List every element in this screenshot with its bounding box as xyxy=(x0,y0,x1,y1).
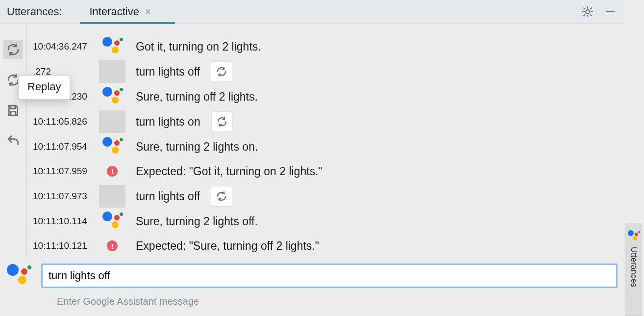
message-input[interactable]: turn lights off xyxy=(41,263,618,288)
replay-button[interactable] xyxy=(3,40,23,59)
log-message: turn lights off xyxy=(126,190,200,203)
assistant-logo-icon xyxy=(101,37,124,56)
panel-caption: Utterances: xyxy=(7,5,62,18)
assistant-logo-icon xyxy=(101,87,124,106)
log-row: 10:11:07.973turn lights off xyxy=(30,185,623,208)
log-message: Got it, turning on 2 lights. xyxy=(126,40,261,53)
minimize-icon[interactable] xyxy=(601,2,619,21)
close-icon[interactable]: ✕ xyxy=(144,6,151,17)
sidebar-tab-label: Utterances xyxy=(629,247,639,287)
error-icon xyxy=(107,240,118,251)
timestamp: 10:04:36.247 xyxy=(30,41,99,52)
left-rail: Replay xyxy=(0,24,26,258)
log-row: 10:11:10.121Expected: "Sure, turning off… xyxy=(30,235,623,257)
text-caret xyxy=(111,270,112,282)
replay-inline-button[interactable] xyxy=(211,186,232,207)
error-icon xyxy=(107,166,118,177)
tab-bar: Utterances: Interactive ✕ xyxy=(0,0,623,24)
log-row: 10:04:36.247Got it, turning on 2 lights. xyxy=(30,36,623,57)
replay-tooltip: Replay xyxy=(18,75,70,100)
log-message: Sure, turning 2 lights off. xyxy=(126,215,258,228)
gear-icon[interactable] xyxy=(578,2,597,21)
user-avatar xyxy=(99,110,125,133)
tab-interactive[interactable]: Interactive ✕ xyxy=(86,0,156,23)
timestamp: 10:11:10.114 xyxy=(30,216,99,227)
log-message: turn lights off xyxy=(126,65,200,79)
timestamp: 10:11:07.959 xyxy=(30,166,99,177)
user-avatar xyxy=(99,185,125,208)
timestamp: 10:11:10.121 xyxy=(30,240,99,251)
timestamp: 10:11:07.954 xyxy=(30,141,99,152)
sidebar-tab-utterances[interactable]: Utterances xyxy=(625,223,642,316)
undo-icon[interactable] xyxy=(3,131,23,151)
tab-label: Interactive xyxy=(90,5,140,18)
timestamp: 10:11:05.826 xyxy=(30,116,99,127)
assistant-logo-icon xyxy=(101,137,124,157)
log-message: Sure, turning off 2 lights. xyxy=(126,90,258,104)
assistant-logo-icon xyxy=(6,264,32,288)
log-row: 10:11:07.954Sure, turning 2 lights on. xyxy=(30,136,623,158)
log-row: 10:11:05.826turn lights on xyxy=(30,110,623,133)
log-message: Expected: "Sure, turning off 2 lights." xyxy=(126,239,319,253)
log-row: 10:11:10.114Sure, turning 2 lights off. xyxy=(30,211,623,232)
right-sidebar: Utterances xyxy=(623,0,644,316)
user-avatar xyxy=(99,60,125,83)
replay-inline-button[interactable] xyxy=(211,111,233,132)
assistant-logo-icon xyxy=(627,230,640,242)
log-message: Sure, turning 2 lights on. xyxy=(126,140,258,154)
replay-inline-button[interactable] xyxy=(211,61,232,82)
assistant-logo-icon xyxy=(101,211,124,231)
conversation-log: 10:04:36.247Got it, turning on 2 lights.… xyxy=(26,24,623,258)
log-message: Expected: "Got it, turning on 2 lights." xyxy=(126,165,322,178)
save-icon[interactable] xyxy=(3,101,23,120)
input-area: turn lights off Enter Google Assistant m… xyxy=(0,258,623,316)
timestamp: 10:11:07.973 xyxy=(30,191,99,202)
message-input-value: turn lights off xyxy=(49,269,110,282)
log-row: 10:06:55.230Sure, turning off 2 lights. xyxy=(30,86,623,107)
log-row: 10:11:07.959Expected: "Got it, turning o… xyxy=(30,160,623,182)
log-message: turn lights on xyxy=(126,115,200,129)
input-hint: Enter Google Assistant message xyxy=(57,296,618,307)
log-row: .272turn lights off xyxy=(30,60,623,83)
